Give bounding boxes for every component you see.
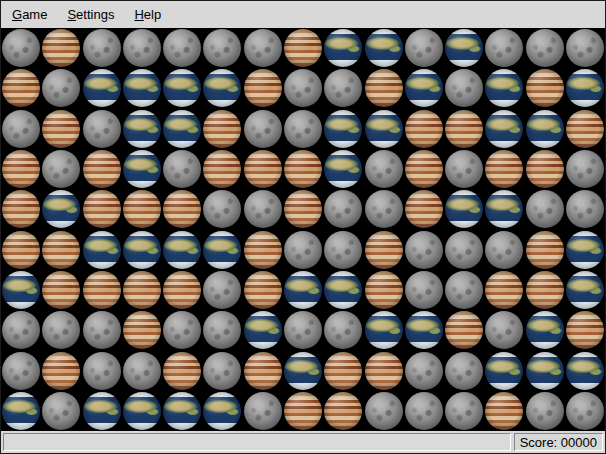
board-cell-r7-c11[interactable] <box>404 270 444 310</box>
jupiter-ball[interactable] <box>42 352 80 390</box>
board-cell-r4-c15[interactable] <box>565 149 605 189</box>
jupiter-ball[interactable] <box>2 190 40 228</box>
jupiter-ball[interactable] <box>163 271 201 309</box>
board-cell-r6-c9[interactable] <box>323 229 363 269</box>
jupiter-ball[interactable] <box>123 271 161 309</box>
earth-ball[interactable] <box>526 110 564 148</box>
board-cell-r7-c8[interactable] <box>283 270 323 310</box>
moon-ball[interactable] <box>203 352 241 390</box>
jupiter-ball[interactable] <box>526 271 564 309</box>
moon-ball[interactable] <box>566 150 604 188</box>
board-cell-r4-c6[interactable] <box>202 149 242 189</box>
earth-ball[interactable] <box>163 69 201 107</box>
earth-ball[interactable] <box>405 311 443 349</box>
earth-ball[interactable] <box>2 392 40 430</box>
moon-ball[interactable] <box>2 311 40 349</box>
board-cell-r8-c5[interactable] <box>162 310 202 350</box>
board-cell-r6-c8[interactable] <box>283 229 323 269</box>
earth-ball[interactable] <box>284 352 322 390</box>
board-cell-r5-c9[interactable] <box>323 189 363 229</box>
board-cell-r3-c9[interactable] <box>323 109 363 149</box>
jupiter-ball[interactable] <box>244 69 282 107</box>
board-cell-r3-c6[interactable] <box>202 109 242 149</box>
board-cell-r4-c13[interactable] <box>484 149 524 189</box>
board-cell-r6-c15[interactable] <box>565 229 605 269</box>
moon-ball[interactable] <box>405 352 443 390</box>
board-cell-r2-c6[interactable] <box>202 68 242 108</box>
board-cell-r7-c9[interactable] <box>323 270 363 310</box>
board-cell-r3-c2[interactable] <box>41 109 81 149</box>
board-cell-r1-c8[interactable] <box>283 28 323 68</box>
board-cell-r3-c3[interactable] <box>82 109 122 149</box>
jupiter-ball[interactable] <box>284 29 322 67</box>
jupiter-ball[interactable] <box>445 110 483 148</box>
moon-ball[interactable] <box>42 392 80 430</box>
board-cell-r9-c1[interactable] <box>1 350 41 390</box>
board-cell-r8-c11[interactable] <box>404 310 444 350</box>
earth-ball[interactable] <box>365 29 403 67</box>
board-cell-r1-c11[interactable] <box>404 28 444 68</box>
jupiter-ball[interactable] <box>324 392 362 430</box>
jupiter-ball[interactable] <box>42 110 80 148</box>
board-cell-r10-c1[interactable] <box>1 391 41 431</box>
jupiter-ball[interactable] <box>2 150 40 188</box>
board-cell-r3-c12[interactable] <box>444 109 484 149</box>
earth-ball[interactable] <box>566 69 604 107</box>
board-cell-r10-c4[interactable] <box>122 391 162 431</box>
board-cell-r8-c3[interactable] <box>82 310 122 350</box>
board-cell-r2-c13[interactable] <box>484 68 524 108</box>
moon-ball[interactable] <box>163 29 201 67</box>
board-cell-r3-c4[interactable] <box>122 109 162 149</box>
board-cell-r10-c10[interactable] <box>363 391 403 431</box>
moon-ball[interactable] <box>365 150 403 188</box>
moon-ball[interactable] <box>2 352 40 390</box>
board-cell-r1-c12[interactable] <box>444 28 484 68</box>
board-cell-r4-c5[interactable] <box>162 149 202 189</box>
board-cell-r8-c12[interactable] <box>444 310 484 350</box>
moon-ball[interactable] <box>526 29 564 67</box>
moon-ball[interactable] <box>203 271 241 309</box>
board-cell-r10-c13[interactable] <box>484 391 524 431</box>
moon-ball[interactable] <box>566 190 604 228</box>
moon-ball[interactable] <box>566 29 604 67</box>
earth-ball[interactable] <box>526 352 564 390</box>
moon-ball[interactable] <box>324 190 362 228</box>
board-cell-r6-c11[interactable] <box>404 229 444 269</box>
board-cell-r3-c13[interactable] <box>484 109 524 149</box>
board-cell-r5-c7[interactable] <box>243 189 283 229</box>
board-cell-r7-c2[interactable] <box>41 270 81 310</box>
jupiter-ball[interactable] <box>284 392 322 430</box>
board-cell-r3-c10[interactable] <box>363 109 403 149</box>
earth-ball[interactable] <box>324 29 362 67</box>
board-cell-r8-c8[interactable] <box>283 310 323 350</box>
board-cell-r3-c14[interactable] <box>524 109 564 149</box>
board-cell-r7-c4[interactable] <box>122 270 162 310</box>
moon-ball[interactable] <box>324 231 362 269</box>
moon-ball[interactable] <box>485 311 523 349</box>
jupiter-ball[interactable] <box>83 190 121 228</box>
earth-ball[interactable] <box>284 271 322 309</box>
board-cell-r6-c4[interactable] <box>122 229 162 269</box>
board-cell-r6-c7[interactable] <box>243 229 283 269</box>
board-cell-r9-c12[interactable] <box>444 350 484 390</box>
moon-ball[interactable] <box>284 110 322 148</box>
earth-ball[interactable] <box>445 29 483 67</box>
board-cell-r7-c5[interactable] <box>162 270 202 310</box>
jupiter-ball[interactable] <box>163 352 201 390</box>
board-cell-r2-c15[interactable] <box>565 68 605 108</box>
earth-ball[interactable] <box>445 190 483 228</box>
board-cell-r4-c11[interactable] <box>404 149 444 189</box>
menu-game[interactable]: Game <box>2 3 57 26</box>
board-cell-r1-c2[interactable] <box>41 28 81 68</box>
earth-ball[interactable] <box>163 392 201 430</box>
jupiter-ball[interactable] <box>526 231 564 269</box>
board-cell-r4-c4[interactable] <box>122 149 162 189</box>
board-cell-r2-c10[interactable] <box>363 68 403 108</box>
board-cell-r4-c14[interactable] <box>524 149 564 189</box>
jupiter-ball[interactable] <box>123 311 161 349</box>
earth-ball[interactable] <box>163 231 201 269</box>
board-cell-r3-c8[interactable] <box>283 109 323 149</box>
moon-ball[interactable] <box>83 29 121 67</box>
board-cell-r1-c9[interactable] <box>323 28 363 68</box>
moon-ball[interactable] <box>83 311 121 349</box>
